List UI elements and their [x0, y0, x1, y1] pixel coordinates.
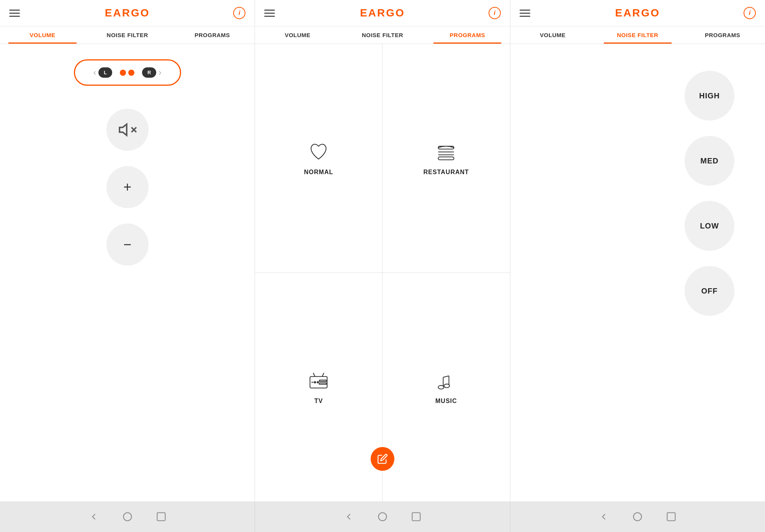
- program-normal[interactable]: NORMAL: [255, 44, 382, 273]
- recent-icon-2: [411, 511, 422, 522]
- back-icon-1: [88, 511, 99, 522]
- plus-icon: +: [123, 179, 131, 195]
- tab-noisefilter-noisefilter[interactable]: NOISE FILTER: [595, 26, 680, 44]
- panels-container: EARGO i VOLUME NOISE FILTER PROGRAMS ‹ L…: [0, 0, 765, 501]
- hamburger-menu-icon-3[interactable]: [520, 10, 530, 17]
- tab-programs-volume[interactable]: VOLUME: [255, 26, 340, 44]
- tab-programs-noisefilter[interactable]: NOISE FILTER: [340, 26, 425, 44]
- arrow-left-icon: ‹: [93, 68, 96, 78]
- panel-noisefilter-tabs: VOLUME NOISE FILTER PROGRAMS: [510, 26, 765, 44]
- panel-noisefilter-content: HIGH MED LOW OFF: [510, 44, 765, 501]
- burger-icon: [435, 141, 457, 163]
- recent-button-2[interactable]: [411, 511, 422, 522]
- back-icon-3: [598, 511, 609, 522]
- filter-med-button[interactable]: MED: [685, 136, 734, 186]
- home-button-2[interactable]: [377, 511, 388, 522]
- mute-button[interactable]: [106, 109, 149, 151]
- pencil-icon: [377, 454, 388, 464]
- volume-up-button[interactable]: +: [106, 166, 149, 208]
- tab-noisefilter-volume[interactable]: VOLUME: [510, 26, 595, 44]
- bottom-navigation: [0, 501, 765, 532]
- hamburger-menu-icon[interactable]: [9, 10, 20, 17]
- svg-line-8: [322, 373, 324, 376]
- tab-volume-noisefilter[interactable]: NOISE FILTER: [85, 26, 170, 44]
- svg-point-9: [314, 381, 316, 383]
- home-button-1[interactable]: [122, 511, 133, 522]
- svg-line-7: [313, 373, 315, 376]
- bottom-nav-section-1: [0, 501, 255, 532]
- tab-noisefilter-programs[interactable]: PROGRAMS: [680, 26, 765, 44]
- program-tv[interactable]: TV: [255, 273, 382, 501]
- minus-icon: −: [123, 237, 131, 253]
- recent-button-3[interactable]: [666, 511, 677, 522]
- edit-fab-button[interactable]: [371, 447, 394, 471]
- program-restaurant-label: RESTAURANT: [423, 169, 469, 176]
- logo-programs: EARGO: [360, 7, 405, 19]
- home-button-3[interactable]: [632, 511, 643, 522]
- info-icon-programs[interactable]: i: [489, 7, 501, 19]
- back-button-1[interactable]: [88, 511, 99, 522]
- recent-button-1[interactable]: [156, 511, 167, 522]
- dot-connector: [120, 70, 134, 76]
- svg-point-21: [378, 513, 386, 521]
- svg-point-17: [438, 385, 444, 389]
- panel-programs-content: NORMAL RESTAURANT: [255, 44, 510, 501]
- svg-rect-22: [412, 513, 420, 521]
- panel-noisefilter: EARGO i VOLUME NOISE FILTER PROGRAMS HIG…: [510, 0, 765, 501]
- svg-rect-13: [319, 383, 327, 384]
- arrow-right-icon: ›: [159, 68, 161, 78]
- panel-programs: EARGO i VOLUME NOISE FILTER PROGRAMS NOR…: [255, 0, 510, 501]
- panel-noisefilter-header: EARGO i: [510, 0, 765, 26]
- svg-point-10: [317, 381, 319, 383]
- earbuds-display: ‹ L R ›: [74, 59, 181, 86]
- filter-off-button[interactable]: OFF: [685, 266, 734, 316]
- filter-low-button[interactable]: LOW: [685, 201, 734, 251]
- tv-icon: [308, 370, 329, 392]
- mute-icon: [118, 120, 137, 139]
- earbud-right-body: R: [142, 67, 156, 78]
- panel-volume-tabs: VOLUME NOISE FILTER PROGRAMS: [0, 26, 255, 44]
- svg-line-16: [443, 375, 449, 377]
- hamburger-menu-icon-2[interactable]: [264, 10, 275, 17]
- info-icon-volume[interactable]: i: [233, 7, 245, 19]
- heart-icon: [308, 141, 329, 163]
- info-icon-noisefilter[interactable]: i: [744, 7, 756, 19]
- tab-volume-programs[interactable]: PROGRAMS: [170, 26, 255, 44]
- svg-rect-12: [319, 380, 327, 382]
- panel-volume-content: ‹ L R ›: [0, 44, 255, 501]
- svg-point-18: [444, 384, 450, 387]
- panel-volume-header: EARGO i: [0, 0, 255, 26]
- program-normal-label: NORMAL: [304, 169, 333, 176]
- tab-programs-programs[interactable]: PROGRAMS: [425, 26, 510, 44]
- dot-left: [120, 70, 126, 76]
- svg-point-23: [634, 513, 642, 521]
- panel-volume: EARGO i VOLUME NOISE FILTER PROGRAMS ‹ L…: [0, 0, 255, 501]
- svg-point-19: [123, 513, 131, 521]
- earbud-left: ‹ L: [93, 67, 112, 78]
- filter-high-button[interactable]: HIGH: [685, 71, 734, 121]
- back-button-3[interactable]: [598, 511, 609, 522]
- program-music[interactable]: MUSIC: [382, 273, 510, 501]
- program-music-label: MUSIC: [435, 398, 457, 405]
- program-tv-label: TV: [314, 398, 323, 405]
- bottom-nav-section-2: [255, 501, 510, 532]
- volume-controls: + −: [106, 109, 149, 266]
- logo-volume: EARGO: [105, 7, 150, 19]
- earbud-left-body: L: [98, 67, 112, 78]
- noise-filter-controls: HIGH MED LOW OFF: [518, 55, 757, 331]
- logo-noisefilter: EARGO: [615, 7, 660, 19]
- home-icon-3: [632, 511, 643, 522]
- program-restaurant[interactable]: RESTAURANT: [382, 44, 510, 273]
- tab-volume-volume[interactable]: VOLUME: [0, 26, 85, 44]
- svg-rect-5: [438, 157, 454, 160]
- panel-programs-tabs: VOLUME NOISE FILTER PROGRAMS: [255, 26, 510, 44]
- bottom-nav-section-3: [510, 501, 765, 532]
- back-button-2[interactable]: [343, 511, 354, 522]
- recent-icon-3: [666, 511, 677, 522]
- volume-down-button[interactable]: −: [106, 224, 149, 266]
- programs-grid: NORMAL RESTAURANT: [255, 44, 510, 501]
- dot-right: [128, 70, 134, 76]
- music-icon: [435, 370, 457, 392]
- home-icon-1: [122, 511, 133, 522]
- recent-icon-1: [156, 511, 167, 522]
